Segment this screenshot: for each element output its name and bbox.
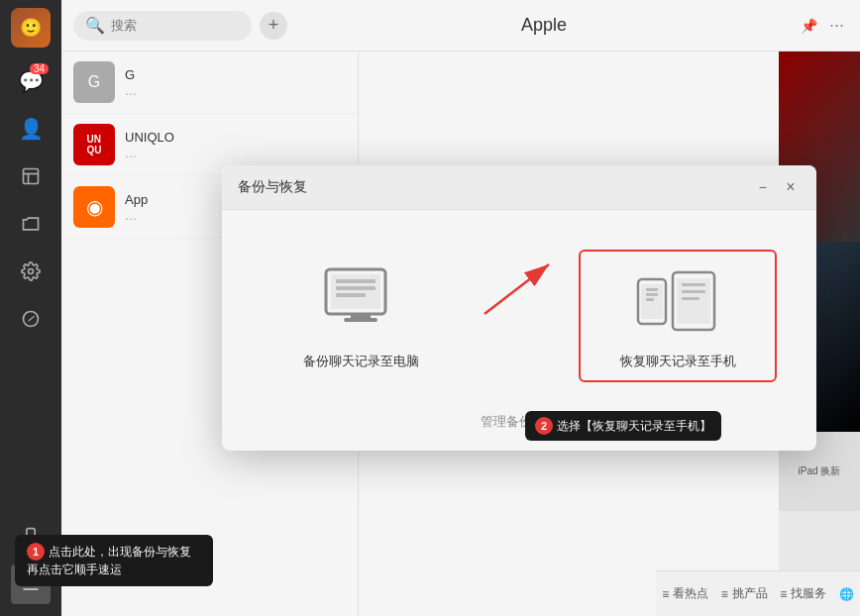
svg-rect-17 [344,318,377,322]
svg-rect-24 [646,298,654,301]
close-button[interactable]: × [781,177,801,197]
products-icon: ≡ [721,587,728,601]
svg-rect-16 [351,314,371,318]
avatar[interactable]: 🙂 [11,8,51,48]
backup-label: 备份聊天记录至电脑 [303,353,419,370]
services-icon: ≡ [780,587,787,601]
avatar: ◉ [73,186,115,228]
restore-label: 恢复聊天记录至手机 [620,353,736,370]
sidebar-item-folder[interactable] [11,204,51,244]
modal-body: 备份聊天记录至电脑 [222,210,816,402]
chat-preview: … [125,147,346,160]
svg-rect-22 [646,288,658,291]
bottom-nav: ≡ 看热点 ≡ 挑产品 ≡ 找服务 🌐 [656,570,860,616]
nav-item-globe[interactable]: 🌐 [839,587,854,601]
sidebar-item-discover[interactable] [11,299,51,339]
modal-controls: － × [753,177,801,197]
restore-option[interactable]: 恢复聊天记录至手机 [579,250,777,382]
backup-restore-modal: 备份与恢复 － × 备份聊天 [222,165,816,451]
add-button[interactable]: + [260,12,287,40]
search-icon: 🔍 [85,16,105,35]
svg-rect-27 [682,283,705,286]
pin-icon: 📌 [801,18,817,34]
chat-name: G [125,67,346,82]
nav-item-hot[interactable]: ≡ 看热点 [662,585,708,602]
svg-line-19 [484,264,549,314]
list-item[interactable]: G G … [61,51,358,114]
sidebar-item-message[interactable]: 💬 34 [11,61,51,101]
message-badge: 34 [30,63,49,74]
hot-icon: ≡ [662,587,669,601]
search-box[interactable]: 🔍 [73,11,252,41]
sidebar: 🙂 💬 34 👤 [0,0,61,616]
sidebar-item-settings[interactable] [11,252,51,291]
tooltip-2-badge: 2 [535,417,553,435]
svg-rect-23 [646,293,658,296]
page-title: Apple [287,15,801,36]
avatar: UNQU [73,124,115,165]
topbar: 🔍 + Apple 📌 ··· [61,0,860,51]
sidebar-item-box[interactable] [11,156,51,196]
backup-icon [311,261,410,341]
tooltip-2: 2选择【恢复聊天记录至手机】 [525,411,721,441]
tooltip-1: 1点击此处，出现备份与恢复再点击它顺手速运 [15,535,213,586]
sidebar-item-contacts[interactable]: 👤 [11,109,51,149]
svg-rect-14 [336,286,376,290]
svg-rect-15 [336,293,366,297]
backup-option[interactable]: 备份聊天记录至电脑 [262,250,460,382]
tooltip-1-badge: 1 [27,543,45,561]
svg-rect-13 [336,279,376,283]
svg-rect-28 [682,290,705,293]
svg-rect-29 [682,297,699,300]
avatar: G [73,61,115,103]
chat-preview: … [125,84,346,98]
modal-title: 备份与恢复 [238,178,307,196]
modal-titlebar: 备份与恢复 － × [222,165,816,210]
nav-item-services[interactable]: ≡ 找服务 [780,585,826,602]
restore-icon [628,261,727,341]
minimize-button[interactable]: － [753,177,773,197]
more-button[interactable]: ··· [825,11,848,40]
search-input[interactable] [111,18,250,33]
svg-marker-5 [28,316,36,323]
svg-point-3 [29,269,34,274]
modal-footer: 管理备份文件 [222,402,816,451]
chat-name: UNIQLO [125,130,346,145]
globe-icon: 🌐 [839,587,854,601]
nav-item-products[interactable]: ≡ 挑产品 [721,585,768,602]
svg-rect-0 [24,169,39,184]
